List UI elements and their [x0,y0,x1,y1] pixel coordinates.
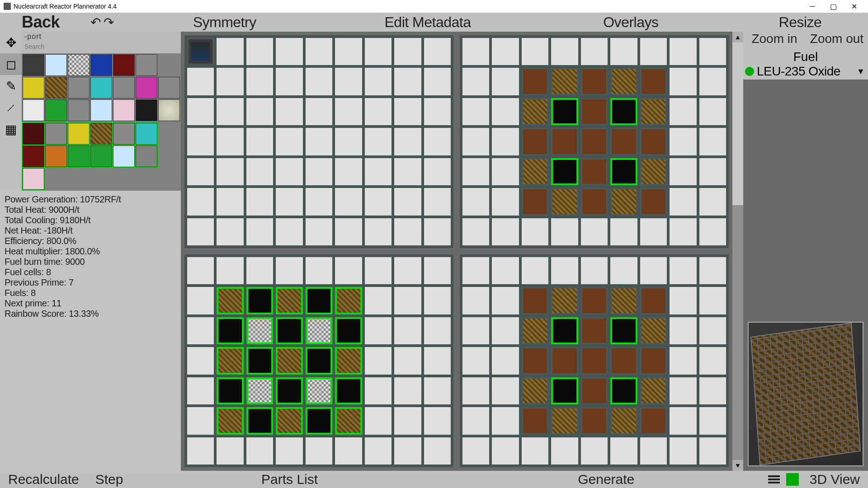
edit-metadata-button[interactable]: Edit Metadata [326,14,529,31]
grid-cell[interactable] [335,38,362,65]
color-swatch[interactable] [786,473,799,486]
grid-cell[interactable] [187,218,214,245]
layer-1[interactable] [184,35,453,248]
palette-block[interactable] [90,77,112,99]
grid-cell[interactable] [187,98,214,125]
grid-cell[interactable] [246,347,273,374]
grid-cell[interactable] [551,158,578,185]
grid-cell[interactable] [306,38,332,65]
scroll-down-button[interactable]: ▼ [732,460,743,471]
grid-cell[interactable] [699,257,726,284]
grid-cell[interactable] [424,437,451,465]
grid-cell[interactable] [424,98,451,125]
grid-cell[interactable] [522,257,548,284]
grid-cell[interactable] [581,287,608,314]
grid-cell[interactable] [424,128,451,155]
grid-cell[interactable] [394,377,421,404]
grid-cell[interactable] [365,188,392,215]
grid-cell[interactable] [217,128,243,155]
scroll-up-button[interactable]: ▲ [732,32,743,42]
palette-block[interactable] [113,145,135,167]
grid-cell[interactable] [699,68,726,95]
grid-cell[interactable] [551,257,578,284]
grid-cell[interactable] [246,287,273,314]
grid-cell[interactable] [335,188,362,215]
palette-block[interactable] [45,54,67,76]
palette-block[interactable] [136,54,157,76]
grid-cell[interactable] [335,128,362,155]
grid-cell[interactable] [462,377,489,404]
grid-cell[interactable] [581,158,608,185]
grid-cell[interactable] [670,377,696,404]
palette-block[interactable] [68,99,90,121]
grid-cell[interactable] [462,317,489,344]
palette-block[interactable] [136,99,157,121]
grid-cell[interactable] [670,437,696,465]
grid-cell[interactable] [335,407,362,434]
grid-cell[interactable] [217,68,243,95]
grid-cell[interactable] [187,437,214,465]
grid-cell[interactable] [217,407,243,434]
grid-cell[interactable] [492,287,519,314]
grid-cell[interactable] [187,158,214,185]
grid-cell[interactable] [462,437,489,465]
grid-cell[interactable] [699,347,726,374]
grid-cell[interactable] [640,128,667,155]
grid-cell[interactable] [699,437,726,465]
grid-cell[interactable] [394,38,421,65]
grid-cell[interactable] [581,38,608,65]
grid-cell[interactable] [492,317,519,344]
palette-block[interactable] [45,99,67,121]
grid-cell[interactable] [424,68,451,95]
grid-cell[interactable] [492,188,519,215]
grid-cell[interactable] [246,188,273,215]
grid-cell[interactable] [522,407,548,434]
grid-cell[interactable] [581,407,608,434]
grid-cell[interactable] [365,257,392,284]
grid-cell[interactable] [424,218,451,245]
grid-cell[interactable] [610,437,637,465]
grid-cell[interactable] [670,347,696,374]
grid-cell[interactable] [394,98,421,125]
grid-cell[interactable] [424,158,451,185]
grid-cell[interactable] [492,218,519,245]
grid-cell[interactable] [640,38,667,65]
pencil-tool[interactable]: ✎ [0,75,22,97]
grid-cell[interactable] [492,347,519,374]
grid-cell[interactable] [246,407,273,434]
reactor-3d-preview[interactable] [748,322,863,466]
grid-cell[interactable] [462,257,489,284]
grid-cell[interactable] [306,257,332,284]
palette-block[interactable] [158,77,180,99]
grid-cell[interactable] [217,158,243,185]
grid-cell[interactable] [551,38,578,65]
grid-cell[interactable] [610,218,637,245]
grid-cell[interactable] [462,188,489,215]
grid-cell[interactable] [640,317,667,344]
grid-cell[interactable] [610,98,637,125]
palette-block[interactable] [90,99,112,121]
grid-cell[interactable] [581,188,608,215]
grid-cell[interactable] [335,347,362,374]
undo-icon[interactable]: ↶ [90,15,101,30]
grid-cell[interactable] [492,158,519,185]
grid-cell[interactable] [551,188,578,215]
grid-cell[interactable] [522,377,548,404]
grid-cell[interactable] [217,98,243,125]
palette-block[interactable] [136,145,157,167]
grid-cell[interactable] [581,257,608,284]
grid-cell[interactable] [365,317,392,344]
grid-cell[interactable] [246,98,273,125]
grid-cell[interactable] [462,347,489,374]
grid-cell[interactable] [670,257,696,284]
grid-cell[interactable] [217,287,243,314]
grid-cell[interactable] [394,218,421,245]
grid-cell[interactable] [246,38,273,65]
grid-cell[interactable] [246,437,273,465]
zoom-out-button[interactable]: Zoom out [806,32,868,50]
grid-cell[interactable] [551,407,578,434]
grid-cell[interactable] [246,317,273,344]
palette-block[interactable] [113,99,135,121]
grid-cell[interactable] [187,257,214,284]
grid-cell[interactable] [394,68,421,95]
